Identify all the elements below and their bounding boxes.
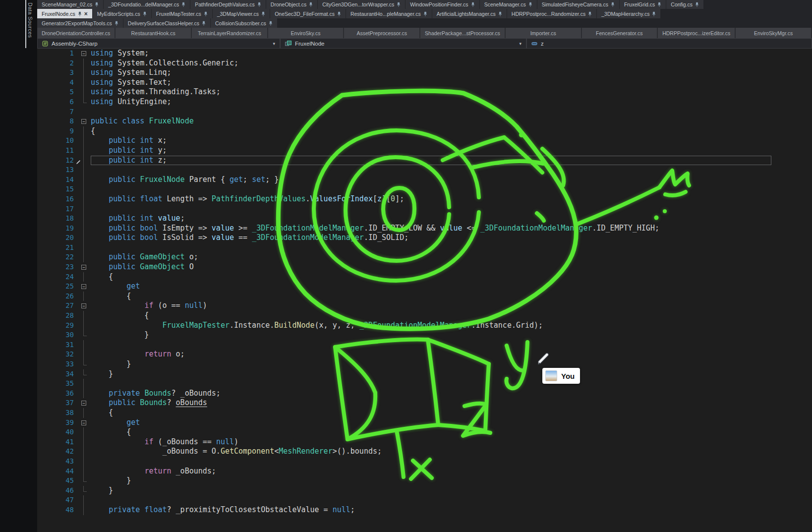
code-line-18[interactable]: 18 public int value; bbox=[37, 214, 812, 224]
file-tab[interactable]: RestaurantHook.cs bbox=[116, 28, 191, 38]
file-tab[interactable]: PathfinderDepthValues.cs bbox=[190, 0, 266, 9]
pin-icon[interactable] bbox=[143, 11, 147, 16]
pin-icon[interactable] bbox=[269, 21, 273, 26]
file-tab[interactable]: _3DMapHierarchy.cs bbox=[597, 9, 660, 18]
collapse-region-icon[interactable]: − bbox=[81, 119, 86, 124]
file-tab[interactable]: FruxelNode.cs× bbox=[37, 9, 92, 18]
fold-gutter[interactable]: − bbox=[77, 418, 91, 428]
project-dropdown[interactable]: Assembly-CSharp ▾ bbox=[37, 38, 280, 49]
pin-icon[interactable] bbox=[204, 11, 208, 16]
type-dropdown[interactable]: FruxelNode ▾ bbox=[280, 38, 526, 49]
file-tab[interactable]: Importer.cs bbox=[506, 28, 581, 38]
fold-gutter[interactable]: − bbox=[77, 301, 91, 311]
collapse-region-icon[interactable]: − bbox=[81, 265, 86, 270]
code-line-23[interactable]: 23− public GameObject O bbox=[37, 262, 812, 272]
pin-icon[interactable] bbox=[528, 2, 532, 7]
code-line-45[interactable]: 45 } bbox=[37, 476, 812, 486]
file-tab[interactable]: HDRPPostproc...Randomizer.cs bbox=[507, 9, 596, 18]
file-tab[interactable]: EnviroSky.cs bbox=[268, 28, 344, 38]
code-line-36[interactable]: 36 private Bounds? _oBounds; bbox=[37, 389, 812, 399]
code-line-43[interactable]: 43 bbox=[37, 457, 812, 467]
code-line-47[interactable]: 47 bbox=[37, 495, 812, 505]
code-line-14[interactable]: 14 public FruxelNode Parent { get; set; … bbox=[37, 175, 812, 185]
code-line-28[interactable]: 28 { bbox=[37, 311, 812, 321]
file-tab[interactable]: WindowPositionFinder.cs bbox=[406, 0, 479, 9]
code-line-20[interactable]: 20 public bool IsSolid => value == _3DFo… bbox=[37, 233, 812, 243]
pin-icon[interactable] bbox=[202, 21, 206, 26]
code-line-39[interactable]: 39− get bbox=[37, 418, 812, 428]
collapse-region-icon[interactable]: − bbox=[81, 284, 86, 289]
code-line-12[interactable]: 12 public int z; bbox=[37, 156, 812, 166]
file-tab[interactable]: SceneManager.cs bbox=[480, 0, 537, 9]
code-line-1[interactable]: 1−using System; bbox=[37, 49, 812, 59]
code-line-19[interactable]: 19 public bool IsEmpty => value >= _3DFo… bbox=[37, 224, 812, 234]
file-tab[interactable]: Generator2ExportMapTools.cs bbox=[37, 18, 123, 28]
file-tab[interactable]: RestaurantHo...pleManager.cs bbox=[346, 9, 432, 18]
file-tab[interactable]: SimulatedFisheyeCamera.cs bbox=[537, 0, 619, 9]
collapse-region-icon[interactable]: − bbox=[81, 401, 86, 406]
code-line-32[interactable]: 32 return o; bbox=[37, 350, 812, 359]
pin-icon[interactable] bbox=[611, 2, 615, 7]
pin-icon[interactable] bbox=[181, 2, 185, 7]
code-line-3[interactable]: 3using System.Linq; bbox=[37, 68, 812, 78]
file-tab[interactable]: FencesGenerator.cs bbox=[582, 28, 657, 38]
file-tab[interactable]: TerrainLayerRandomizer.cs bbox=[192, 28, 267, 38]
file-tab[interactable]: MyEditorScripts.cs bbox=[93, 9, 151, 18]
code-line-42[interactable]: 42 _oBounds = O.GetComponent<MeshRendere… bbox=[37, 447, 812, 457]
code-line-5[interactable]: 5using System.Threading.Tasks; bbox=[37, 87, 812, 97]
code-line-7[interactable]: 7 bbox=[37, 107, 812, 117]
code-line-6[interactable]: 6using UnityEngine; bbox=[37, 97, 812, 107]
code-line-16[interactable]: 16 public float Length => PathfinderDept… bbox=[37, 194, 812, 204]
file-tab[interactable]: ArtificialLightsManager.cs bbox=[432, 9, 507, 18]
collapse-region-icon[interactable]: − bbox=[81, 420, 86, 425]
code-line-31[interactable]: 31 bbox=[37, 340, 812, 350]
code-line-24[interactable]: 24 { bbox=[37, 272, 812, 282]
code-line-10[interactable]: 10 public int x; bbox=[37, 136, 812, 146]
tool-tab-data-sources[interactable]: Data Sources bbox=[27, 2, 33, 38]
code-line-46[interactable]: 46 } bbox=[37, 486, 812, 496]
pin-icon[interactable] bbox=[337, 11, 341, 16]
code-line-15[interactable]: 15 bbox=[37, 184, 812, 194]
pin-icon[interactable] bbox=[78, 11, 82, 16]
code-line-35[interactable]: 35 bbox=[37, 379, 812, 389]
code-line-29[interactable]: 29 FruxelMapTester.Instance.BuildNode(x,… bbox=[37, 321, 812, 331]
file-tab[interactable]: ShaderPackage...stProcessor.cs bbox=[420, 28, 505, 38]
code-line-8[interactable]: 8−public class FruxelNode bbox=[37, 117, 812, 126]
pin-icon[interactable] bbox=[695, 2, 699, 7]
fold-gutter[interactable]: − bbox=[77, 282, 91, 292]
pin-icon[interactable] bbox=[115, 21, 118, 26]
fold-gutter[interactable]: − bbox=[77, 117, 91, 126]
code-line-9[interactable]: 9{ bbox=[37, 126, 812, 136]
pin-icon[interactable] bbox=[257, 2, 261, 7]
pin-icon[interactable] bbox=[95, 2, 99, 7]
code-line-13[interactable]: 13 bbox=[37, 165, 812, 175]
code-line-25[interactable]: 25− get bbox=[37, 282, 812, 292]
file-tab[interactable]: EnviroSkyMgr.cs bbox=[736, 28, 811, 38]
member-dropdown[interactable]: z bbox=[526, 38, 812, 49]
file-tab[interactable]: _3DMapViewer.cs bbox=[213, 9, 270, 18]
file-tab[interactable]: _3DFoundatio...delManager.cs bbox=[104, 0, 190, 9]
code-line-22[interactable]: 22 public GameObject o; bbox=[37, 252, 812, 262]
file-tab[interactable]: DroneObject.cs bbox=[266, 0, 317, 9]
file-tab[interactable]: HDRPPostproc...izerEditor.cs bbox=[658, 28, 735, 38]
code-line-40[interactable]: 40 { bbox=[37, 427, 812, 437]
file-tab[interactable]: OneSec3D_FileFormat.cs bbox=[270, 9, 346, 18]
file-tab[interactable]: SceneManager_02.cs bbox=[37, 0, 103, 9]
pin-icon[interactable] bbox=[498, 11, 502, 16]
code-line-21[interactable]: 21 bbox=[37, 243, 812, 253]
fold-gutter[interactable]: − bbox=[77, 49, 91, 59]
pin-icon[interactable] bbox=[652, 11, 656, 16]
pin-icon[interactable] bbox=[309, 2, 313, 7]
code-line-44[interactable]: 44 return _oBounds; bbox=[37, 467, 812, 476]
pin-icon[interactable] bbox=[657, 2, 661, 7]
code-line-48[interactable]: 48 private float? _proximityToClosestObs… bbox=[37, 505, 812, 515]
code-line-30[interactable]: 30 } bbox=[37, 330, 812, 340]
file-tab[interactable]: FruxelGrid.cs bbox=[620, 0, 666, 9]
pin-icon[interactable] bbox=[588, 11, 592, 16]
code-line-34[interactable]: 34 } bbox=[37, 369, 812, 379]
pin-icon[interactable] bbox=[423, 11, 427, 16]
fold-gutter[interactable]: − bbox=[77, 398, 91, 408]
pin-icon[interactable] bbox=[397, 2, 401, 7]
fold-gutter[interactable]: − bbox=[77, 262, 91, 272]
file-tab[interactable]: CollisionSubscriber.cs bbox=[211, 18, 277, 28]
